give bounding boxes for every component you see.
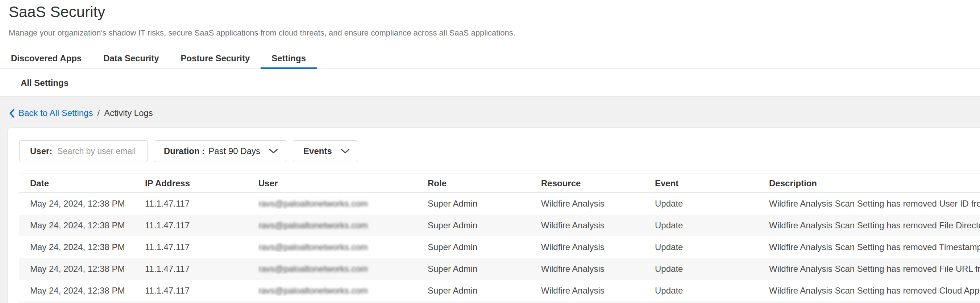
cell-resource: Wildfire Analysis: [541, 285, 655, 296]
breadcrumb-separator: /: [97, 108, 100, 118]
column-header-date: Date: [30, 178, 145, 188]
cell-date: May 24, 2024, 12:38 PM: [30, 285, 145, 296]
cell-date: May 24, 2024, 12:38 PM: [30, 264, 145, 274]
tab-bar: Discovered Apps Data Security Posture Se…: [0, 49, 980, 69]
page-title: SaaS Security: [9, 3, 980, 21]
activity-logs-table: Date IP Address User Role Resource Event…: [19, 174, 980, 303]
column-header-description: Description: [769, 178, 980, 188]
chevron-down-icon: [341, 148, 350, 154]
column-header-user: User: [258, 178, 428, 188]
cell-user-email-blurred: ravs@paloaltonetworks.com: [258, 220, 428, 231]
user-search-filter: User:: [19, 140, 148, 162]
cell-event: Update: [655, 199, 769, 209]
cell-description: Wildfire Analysis Scan Setting has remov…: [769, 199, 980, 209]
tab-settings[interactable]: Settings: [261, 49, 317, 69]
cell-ip: 11.1.47.117: [145, 220, 258, 231]
chevron-left-icon: [9, 108, 15, 118]
table-header-row: Date IP Address User Role Resource Event…: [19, 174, 980, 193]
page-subtitle: Manage your organization's shadow IT ris…: [9, 28, 980, 38]
cell-user-email-blurred: ravs@paloaltonetworks.com: [258, 199, 428, 209]
cell-ip: 11.1.47.117: [145, 199, 258, 209]
cell-role: Super Admin: [428, 285, 541, 296]
cell-event: Update: [655, 264, 769, 274]
cell-date: May 24, 2024, 12:38 PM: [30, 242, 145, 252]
user-filter-label: User:: [30, 146, 52, 156]
table-row: May 24, 2024, 12:38 PM 11.1.47.117 ravs@…: [19, 215, 980, 236]
breadcrumb-current-page: Activity Logs: [104, 108, 153, 118]
tab-discovered-apps[interactable]: Discovered Apps: [0, 49, 92, 69]
tab-posture-security[interactable]: Posture Security: [170, 49, 261, 69]
cell-date: May 24, 2024, 12:38 PM: [30, 220, 145, 231]
filter-row: User: Duration : Past 90 Days Events: [19, 140, 980, 162]
breadcrumb: Back to All Settings / Activity Logs: [0, 97, 980, 118]
table-row: May 24, 2024, 12:38 PM 11.1.47.117 ravs@…: [19, 280, 980, 301]
cell-event: Update: [655, 242, 769, 252]
cell-event: Update: [655, 285, 769, 296]
cell-role: Super Admin: [428, 220, 541, 231]
cell-event: Update: [655, 220, 769, 231]
column-header-event: Event: [655, 178, 769, 188]
cell-resource: Wildfire Analysis: [541, 199, 655, 209]
subnav-item-all-settings[interactable]: All Settings: [21, 78, 68, 88]
cell-resource: Wildfire Analysis: [541, 264, 655, 274]
cell-ip: 11.1.47.117: [145, 242, 258, 252]
settings-subnav: All Settings: [0, 69, 980, 96]
user-search-input[interactable]: [57, 146, 156, 156]
cell-role: Super Admin: [428, 199, 541, 209]
table-row: May 24, 2024, 12:38 PM 11.1.47.117 ravs@…: [19, 236, 980, 258]
duration-filter-value: Past 90 Days: [208, 146, 260, 156]
events-filter-label: Events: [303, 146, 332, 156]
cell-description: Wildfire Analysis Scan Setting has remov…: [769, 242, 980, 252]
chevron-down-icon: [269, 148, 278, 154]
column-header-ip-address: IP Address: [145, 178, 258, 188]
column-header-role: Role: [428, 178, 541, 188]
cell-ip: 11.1.47.117: [145, 264, 258, 274]
cell-date: May 24, 2024, 12:38 PM: [30, 199, 145, 209]
cell-user-email-blurred: ravs@paloaltonetworks.com: [258, 242, 428, 252]
activity-logs-card: User: Duration : Past 90 Days Events: [8, 128, 980, 303]
duration-filter-label: Duration :: [164, 146, 205, 156]
cell-user-email-blurred: ravs@paloaltonetworks.com: [258, 285, 428, 296]
tab-data-security[interactable]: Data Security: [92, 49, 170, 69]
cell-role: Super Admin: [428, 242, 541, 252]
cell-user-email-blurred: ravs@paloaltonetworks.com: [258, 264, 428, 274]
cell-description: Wildfire Analysis Scan Setting has remov…: [769, 264, 980, 274]
cell-description: Wildfire Analysis Scan Setting has remov…: [769, 220, 980, 231]
cell-resource: Wildfire Analysis: [541, 242, 655, 252]
column-header-resource: Resource: [541, 178, 655, 188]
settings-content-section: Back to All Settings / Activity Logs Use…: [0, 96, 980, 303]
events-filter-dropdown[interactable]: Events: [293, 140, 358, 162]
cell-role: Super Admin: [428, 264, 541, 274]
cell-description: Wildfire Analysis Scan Setting has remov…: [769, 285, 980, 296]
table-row-partial: [19, 301, 980, 303]
duration-filter-dropdown[interactable]: Duration : Past 90 Days: [154, 140, 287, 162]
table-row: May 24, 2024, 12:38 PM 11.1.47.117 ravs@…: [19, 193, 980, 215]
cell-ip: 11.1.47.117: [145, 285, 258, 296]
back-to-all-settings-link[interactable]: Back to All Settings: [19, 108, 93, 118]
cell-resource: Wildfire Analysis: [541, 220, 655, 231]
table-row: May 24, 2024, 12:38 PM 11.1.47.117 ravs@…: [19, 258, 980, 280]
